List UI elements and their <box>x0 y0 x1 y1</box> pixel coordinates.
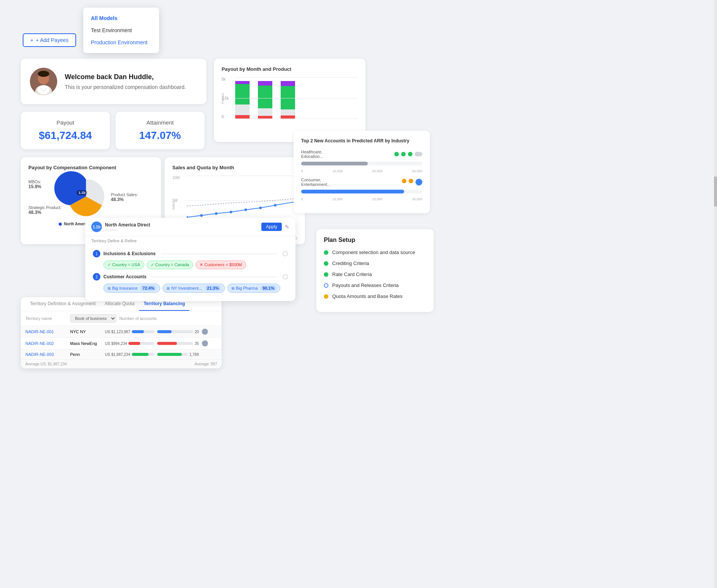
plan-label-1: Component selection and data source <box>332 250 415 255</box>
svg-point-9 <box>244 209 247 211</box>
table-header: Territory name Book of business Number o… <box>21 311 222 326</box>
col-num-accounts: Number of accounts <box>119 316 169 321</box>
plan-label-3: Rate Card Criteria <box>332 271 372 277</box>
attainment-label: Attainment <box>127 119 193 126</box>
table-footer: Average US: $1,987,234 Average: 997 <box>21 359 222 368</box>
payout-label: Payout <box>32 119 98 126</box>
legend-label: MBOs: <box>28 179 41 184</box>
sales-y-title: Sales <box>172 201 175 210</box>
plan-item-5: Quota Amounts and Base Rates <box>324 293 426 299</box>
top-accounts-card: Top 2 New Accounts in Predicted ARR by I… <box>294 131 430 213</box>
dot-large-blue <box>416 179 422 186</box>
step-end-dot-2 <box>283 274 288 279</box>
legend-value: 48.3% <box>28 210 61 215</box>
tag-usa[interactable]: ✓ Country = USA <box>103 260 144 269</box>
step-number-2: 2 <box>93 273 100 281</box>
scrollbar-track[interactable] <box>714 0 717 588</box>
industry-label-healthcare: Healthcare,Education... <box>301 150 323 159</box>
plan-item-1: Component selection and data source <box>324 250 426 255</box>
tag-pharma[interactable]: ⊞ Big Pharma 90.1% <box>227 284 281 293</box>
bar-group-3 <box>281 81 295 119</box>
svg-point-4 <box>37 85 50 94</box>
plan-label-2: Crediting Criteria <box>332 260 369 266</box>
bar-segment <box>258 108 272 116</box>
edit-icon[interactable]: ✎ <box>285 224 289 230</box>
legend-value: 48.3% <box>111 197 138 202</box>
territory-header-right: Apply ✎ <box>261 223 289 231</box>
legend-label2: Sales: <box>126 192 138 197</box>
dot <box>408 152 412 156</box>
table-filter[interactable]: Book of business <box>70 314 116 323</box>
apply-button[interactable]: Apply <box>261 223 282 231</box>
table-row: NADIR-NE-002 Mass NewEng US $994,234 35 <box>21 337 222 349</box>
y-axis-title: Payout <box>221 93 225 104</box>
row-id-3[interactable]: NADIR-NE-003 <box>25 352 67 357</box>
svg-point-11 <box>274 204 276 207</box>
legend-label2: Product: <box>46 205 61 210</box>
footer-avg-accounts: Average: 997 <box>195 362 217 366</box>
payout-month-chart: Payout by Month and Product 5k 2.5k 0 Pa… <box>214 59 366 142</box>
dot <box>409 179 413 183</box>
territory-subtitle: Territory Define & Refine <box>85 236 295 245</box>
dot <box>401 152 406 156</box>
legend-label: Strategic <box>28 205 45 210</box>
avatar <box>30 68 57 95</box>
tag-ny[interactable]: ⊞ NY Investment... 21.3% <box>162 284 225 293</box>
plan-setup-title: Plan Setup <box>324 237 426 243</box>
action-dot-2[interactable] <box>202 340 208 346</box>
plan-dot-2 <box>324 261 328 266</box>
plan-dot-4 <box>324 283 328 288</box>
dot <box>394 152 399 156</box>
mini-bar-accounts-1: 20 <box>157 330 199 334</box>
bar-segment <box>235 104 250 115</box>
table-row: NADIR-NE-001 NYC NY US $1,123,987 20 <box>21 326 222 337</box>
row-id-1[interactable]: NADIR-NE-001 <box>25 329 67 334</box>
top-accounts-title: Top 2 New Accounts in Predicted ARR by I… <box>301 138 422 143</box>
plan-dot-1 <box>324 250 328 255</box>
legend-product-sales: Product Sales: 48.3% <box>111 192 138 202</box>
dropdown-item-all-models[interactable]: All Models <box>83 12 159 24</box>
consumer-dots <box>402 179 422 186</box>
col-territory-name: Territory name <box>25 316 67 321</box>
step-line <box>161 254 277 254</box>
welcome-card: Welcome back Dan Huddle, This is your pe… <box>21 59 206 104</box>
healthcare-bar <box>301 162 422 165</box>
tag-canada[interactable]: ✓ Country = Canada <box>147 260 194 269</box>
industry-row-healthcare: Healthcare,Education... 010,00020,00030,… <box>301 150 422 173</box>
payout-card: Payout $61,724.84 <box>21 112 110 149</box>
dot-large <box>415 152 422 156</box>
pie-chart-svg <box>65 176 107 217</box>
mini-bar-value-3: US $1,987,234 <box>105 352 154 357</box>
filter-select[interactable]: Book of business <box>70 314 116 323</box>
tag-insurance[interactable]: ⊞ Big Insurance 72.4% <box>103 284 160 293</box>
svg-point-6 <box>200 214 203 217</box>
svg-point-10 <box>259 207 262 209</box>
row-name-3: Penn <box>70 352 102 357</box>
plan-label-4: Payouts and Releases Criteria <box>332 282 399 288</box>
welcome-text: Welcome back Dan Huddle, This is your pe… <box>65 73 186 90</box>
scrollbar-thumb[interactable] <box>714 176 717 207</box>
territory-region-name: North America Direct <box>105 222 150 228</box>
attainment-value: 147.07% <box>127 129 193 142</box>
territory-table-card: Territory Definition & Assignment Alloca… <box>21 297 222 368</box>
territory-region-sub: — —— <box>105 228 150 232</box>
bar-segment <box>258 81 272 86</box>
tag-customers[interactable]: ✕ Customers < $500M <box>195 260 246 269</box>
plan-setup-card: Plan Setup Component selection and data … <box>316 229 434 312</box>
dropdown-item-test[interactable]: Test Environment <box>83 24 159 36</box>
bar-group-2 <box>258 81 272 119</box>
row-name-1: NYC NY <box>70 329 102 334</box>
legend-label: Product <box>111 192 125 197</box>
plan-item-2: Crediting Criteria <box>324 260 426 266</box>
row-id-2[interactable]: NADIR-NE-002 <box>25 341 67 346</box>
territory-header: 1.1b North America Direct — —— Apply ✎ <box>85 218 295 236</box>
flow-step-2: 2 Customer Accounts <box>93 273 288 281</box>
territory-card: 1.1b North America Direct — —— Apply ✎ T… <box>85 218 295 301</box>
flow-tags-1: ✓ Country = USA ✓ Country = Canada ✕ Cus… <box>103 260 288 269</box>
add-payees-button[interactable]: + + Add Payees <box>23 33 76 47</box>
step-label-1: Inclusions & Exclusions <box>103 251 156 256</box>
dropdown-item-production[interactable]: Production Environment <box>83 36 159 48</box>
bar-segment <box>281 86 295 109</box>
tooltip-dot <box>59 223 62 226</box>
action-dot-1[interactable] <box>202 329 208 335</box>
